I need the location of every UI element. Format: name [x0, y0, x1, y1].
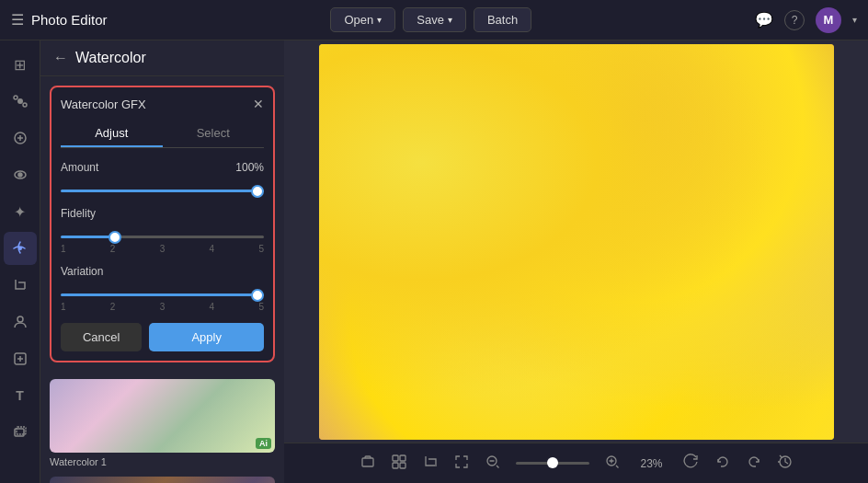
zoom-out-icon[interactable] [485, 454, 501, 474]
svg-point-7 [17, 316, 23, 322]
svg-point-2 [23, 103, 27, 107]
people-icon[interactable] [4, 305, 37, 339]
zoom-value: 23% [635, 457, 668, 470]
amount-section: Amount 100% [61, 161, 264, 196]
amount-value: 100% [235, 161, 264, 174]
zoom-slider[interactable] [516, 462, 589, 465]
thumbnail-watercolor2 [50, 477, 275, 483]
panel-title: Watercolor [75, 50, 146, 66]
apply-button[interactable]: Apply [149, 323, 264, 351]
comment-icon[interactable]: 💬 [755, 11, 773, 29]
gfx-title: Watercolor GFX [61, 98, 146, 111]
effects-icon[interactable] [4, 232, 37, 265]
app-title: Photo Editor [31, 12, 108, 28]
svg-rect-13 [400, 455, 405, 461]
eye-icon[interactable] [4, 158, 37, 191]
canvas-main [284, 40, 868, 443]
crop2-icon[interactable] [422, 454, 439, 474]
svg-point-5 [18, 173, 22, 177]
thumbnail-watercolor1: Ai [50, 379, 275, 453]
layers-bottom-icon[interactable] [360, 454, 376, 474]
gfx-dialog: Watercolor GFX ✕ Adjust Select Amount 10… [50, 86, 275, 362]
svg-rect-15 [400, 463, 405, 468]
svg-point-1 [14, 96, 17, 99]
help-icon[interactable]: ? [784, 10, 805, 30]
avatar[interactable]: M [816, 7, 841, 33]
variation-label: Variation [61, 265, 103, 278]
ai-badge: Ai [256, 438, 271, 449]
open-button[interactable]: Open ▾ [330, 7, 395, 32]
back-button[interactable]: ← [53, 50, 68, 66]
svg-rect-12 [393, 455, 398, 461]
text-icon[interactable]: T [4, 379, 37, 412]
crop-icon[interactable] [4, 269, 37, 302]
fit-icon[interactable] [453, 454, 470, 474]
fidelity-section: Fidelity 1 2 3 4 5 [61, 207, 264, 254]
tab-adjust[interactable]: Adjust [61, 121, 163, 147]
svg-rect-14 [393, 463, 398, 468]
bottom-toolbar: 23% [284, 443, 868, 483]
thumbnail-area: Ai Watercolor 1 Watercolor 2 [40, 372, 284, 483]
watercolor-image [319, 44, 834, 440]
cancel-button[interactable]: Cancel [61, 323, 142, 351]
menu-icon[interactable]: ☰ [11, 11, 24, 29]
magic-icon[interactable]: ✦ [4, 195, 37, 228]
amount-slider[interactable] [61, 190, 264, 192]
svg-point-0 [17, 98, 23, 104]
list-item[interactable]: Watercolor 2 [50, 477, 275, 483]
adjustments-icon[interactable] [4, 85, 37, 118]
panel-header: ← Watercolor [40, 40, 284, 76]
healing-icon[interactable] [4, 121, 37, 155]
header: ☰ Photo Editor Open ▾ Save ▾ Batch 💬 ? M… [0, 0, 868, 40]
svg-point-6 [18, 247, 22, 250]
header-right: 💬 ? M ▾ [755, 7, 857, 33]
left-toolbar: ⊞ ✦ T [0, 40, 40, 483]
thumbnail-label: Watercolor 1 [50, 456, 275, 467]
retouch-icon[interactable] [4, 342, 37, 375]
history-icon[interactable] [777, 454, 794, 474]
main: ⊞ ✦ T ← Watercolor [0, 40, 868, 483]
variation-section: Variation 1 2 3 4 5 [61, 265, 264, 312]
zoom-in-icon[interactable] [604, 454, 621, 474]
header-left: ☰ Photo Editor [11, 11, 108, 29]
gfx-tabs: Adjust Select [61, 121, 264, 148]
header-center: Open ▾ Save ▾ Batch [119, 7, 744, 32]
batch-button[interactable]: Batch [474, 7, 531, 32]
image-canvas [319, 44, 834, 440]
fidelity-label: Fidelity [61, 207, 96, 220]
rotate-icon[interactable] [683, 454, 700, 474]
undo-icon[interactable] [714, 454, 731, 474]
svg-rect-11 [362, 458, 373, 466]
overlays-icon[interactable] [4, 416, 37, 449]
layers-icon[interactable]: ⊞ [4, 48, 37, 81]
redo-icon[interactable] [746, 454, 762, 474]
list-item[interactable]: Ai Watercolor 1 [50, 379, 275, 467]
variation-slider[interactable] [61, 293, 264, 296]
fidelity-slider[interactable] [61, 236, 264, 238]
canvas-area: 23% [284, 40, 868, 483]
save-button[interactable]: Save ▾ [403, 7, 466, 32]
avatar-chevron: ▾ [852, 15, 857, 25]
tab-select[interactable]: Select [163, 121, 265, 147]
gfx-header: Watercolor GFX ✕ [61, 97, 264, 111]
left-panel: ← Watercolor Watercolor GFX ✕ Adjust Sel… [40, 40, 284, 483]
gfx-close-button[interactable]: ✕ [253, 97, 264, 111]
amount-label: Amount [61, 161, 98, 174]
gfx-buttons: Cancel Apply [61, 323, 264, 351]
grid-icon[interactable] [391, 454, 407, 474]
